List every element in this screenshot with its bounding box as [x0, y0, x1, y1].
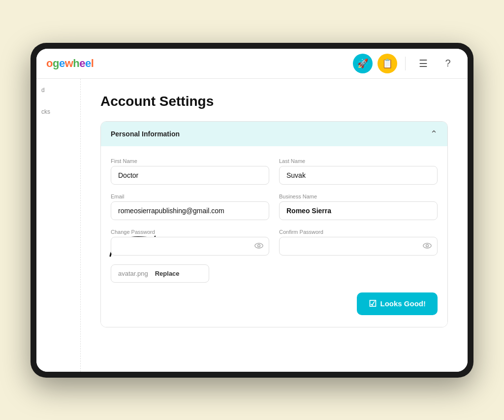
- navbar-right: 🚀 📋 ☰ ?: [353, 54, 458, 73]
- confirm-password-label: Confirm Password: [279, 229, 438, 235]
- change-password-wrapper: [111, 237, 269, 256]
- help-button[interactable]: ?: [438, 54, 458, 73]
- personal-info-panel: Personal Information ⌃ First Name Last N…: [100, 121, 448, 327]
- help-icon: ?: [445, 58, 450, 69]
- svg-point-1: [255, 243, 263, 248]
- last-name-input[interactable]: [279, 166, 438, 185]
- panel-body: First Name Last Name Email: [101, 146, 447, 327]
- email-field: Email: [111, 194, 269, 220]
- sidebar: d cks: [36, 79, 81, 372]
- chevron-up-icon[interactable]: ⌃: [430, 129, 438, 139]
- rocket-button[interactable]: 🚀: [353, 54, 373, 73]
- rocket-icon: 🚀: [357, 58, 368, 69]
- confirm-password-wrapper: [279, 237, 438, 256]
- avatar-replace-button[interactable]: Replace: [155, 270, 180, 277]
- main-layout: d cks Account Settings Personal Informat: [36, 79, 468, 372]
- avatar-filename: avatar.png: [118, 270, 148, 277]
- content-area: Account Settings Personal Information ⌃ …: [81, 79, 468, 372]
- looks-good-button[interactable]: ☑ Looks Good!: [357, 292, 438, 315]
- eye-icon-confirm[interactable]: [423, 242, 432, 251]
- email-label: Email: [111, 194, 269, 199]
- business-name-field: Business Name: [279, 194, 438, 220]
- email-input[interactable]: [111, 201, 269, 220]
- device-screen: ogewheel 🚀 📋 ☰ ?: [36, 49, 468, 372]
- menu-button[interactable]: ☰: [413, 54, 433, 73]
- svg-point-3: [423, 243, 431, 248]
- looks-good-label: Looks Good!: [380, 299, 426, 308]
- panel-header: Personal Information ⌃: [101, 122, 447, 146]
- eye-icon-password[interactable]: [254, 242, 263, 251]
- confirm-password-field: Confirm Password: [279, 229, 438, 256]
- change-password-input[interactable]: [111, 237, 269, 256]
- form-row-password: Change Password: [111, 229, 438, 256]
- confirm-password-input[interactable]: [279, 237, 438, 256]
- first-name-input[interactable]: [111, 166, 269, 185]
- change-password-field: Change Password: [111, 229, 269, 256]
- sidebar-item-cks[interactable]: cks: [41, 108, 75, 115]
- change-password-label: Change Password: [111, 229, 269, 235]
- form-row-name: First Name Last Name: [111, 158, 438, 185]
- navbar: ogewheel 🚀 📋 ☰ ?: [36, 49, 468, 79]
- form-actions: ☑ Looks Good!: [111, 292, 438, 315]
- business-name-input[interactable]: [279, 201, 438, 220]
- check-icon: ☑: [369, 298, 377, 309]
- svg-point-2: [258, 244, 260, 247]
- svg-point-4: [426, 244, 429, 247]
- last-name-field: Last Name: [279, 158, 438, 185]
- first-name-field: First Name: [111, 158, 269, 185]
- clipboard-button[interactable]: 📋: [378, 54, 397, 73]
- avatar-upload[interactable]: avatar.png Replace: [111, 264, 209, 283]
- panel-header-title: Personal Information: [111, 130, 180, 138]
- menu-icon: ☰: [419, 58, 428, 69]
- sidebar-item-d[interactable]: d: [41, 87, 75, 94]
- clipboard-icon: 📋: [382, 58, 393, 69]
- first-name-label: First Name: [111, 158, 269, 164]
- last-name-label: Last Name: [279, 158, 438, 164]
- form-row-email: Email Business Name: [111, 194, 438, 220]
- device-frame: ogewheel 🚀 📋 ☰ ?: [31, 43, 473, 378]
- nav-divider: [405, 57, 406, 70]
- business-name-label: Business Name: [279, 194, 438, 199]
- page-title: Account Settings: [100, 94, 448, 109]
- app-logo: ogewheel: [46, 57, 94, 70]
